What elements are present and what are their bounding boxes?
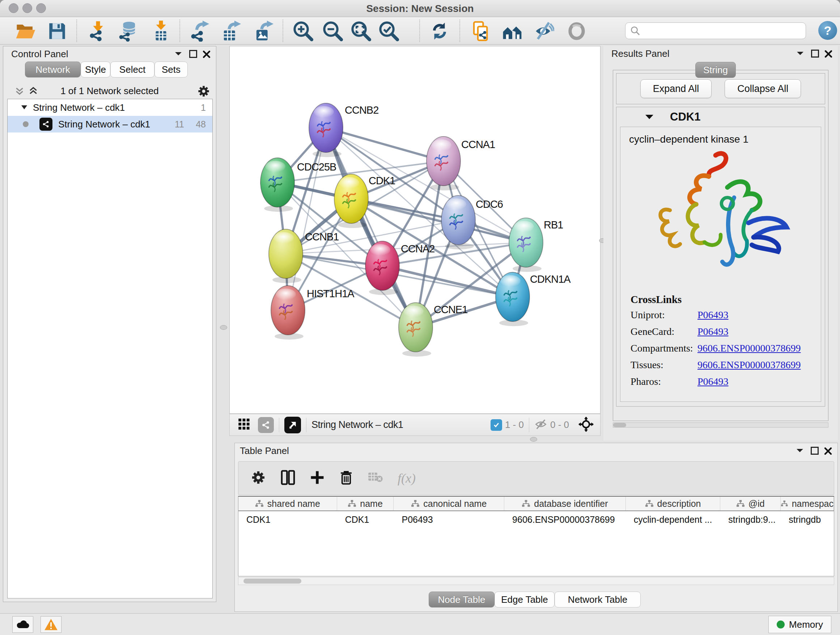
node-label-RB1: RB1 xyxy=(544,219,563,231)
zoom-out-icon[interactable] xyxy=(321,19,344,43)
crosslink-link[interactable]: 9606.ENSP00000378699 xyxy=(698,342,801,354)
column-header-canonical-name[interactable]: canonical name xyxy=(393,497,504,510)
section-collapse-icon[interactable] xyxy=(645,114,654,120)
control-panel-menu-icon[interactable] xyxy=(174,51,183,59)
expand-all-button[interactable]: Expand All xyxy=(640,79,712,98)
tab-style[interactable]: Style xyxy=(81,62,111,78)
results-panel: Results Panel String Expand All Collapse… xyxy=(603,46,838,440)
node-label-CDC25B: CDC25B xyxy=(297,161,336,173)
export-network-icon[interactable] xyxy=(188,19,211,43)
show-all-icon[interactable] xyxy=(565,19,588,43)
table-row[interactable]: CDK1CDK1P064939606.ENSP00000378699cyclin… xyxy=(238,511,834,528)
selected-checkbox-icon[interactable] xyxy=(491,419,502,431)
crosslink-link[interactable]: P06493 xyxy=(698,376,729,387)
table-panel-float-icon[interactable] xyxy=(811,447,819,455)
warnings-button[interactable] xyxy=(41,616,62,633)
show-columns-icon[interactable] xyxy=(280,470,295,486)
table-cell[interactable]: stringdb:9... xyxy=(720,511,781,528)
cloud-button[interactable] xyxy=(12,616,33,633)
result-section-header[interactable]: CDK1 xyxy=(616,107,825,127)
zoom-fit-icon[interactable] xyxy=(349,19,373,43)
bottom-splitter-handle[interactable] xyxy=(530,437,537,442)
table-cell[interactable]: cyclin-dependent ... xyxy=(626,511,721,528)
add-column-icon[interactable] xyxy=(310,470,325,486)
column-header-database-identifier[interactable]: database identifier xyxy=(504,497,626,510)
table-panel-close-icon[interactable] xyxy=(824,447,832,457)
node-CCNA2[interactable]: CCNA2 xyxy=(365,241,434,295)
tab-node-table[interactable]: Node Table xyxy=(429,592,494,608)
tab-edge-table[interactable]: Edge Table xyxy=(494,592,554,608)
node-count: 11 xyxy=(175,119,184,130)
search-icon xyxy=(630,25,641,36)
node-CCNB2[interactable]: CCNB2 xyxy=(309,103,378,157)
table-cell[interactable]: 9606.ENSP00000378699 xyxy=(504,511,626,528)
grid-view-icon[interactable] xyxy=(238,418,251,432)
tab-network[interactable]: Network xyxy=(25,62,81,78)
column-header--id[interactable]: @id xyxy=(720,497,781,510)
crosslink-link[interactable]: P06493 xyxy=(698,326,729,337)
column-header-name[interactable]: name xyxy=(337,497,394,510)
column-header-namespac[interactable]: namespac xyxy=(781,497,834,510)
hide-selected-icon[interactable] xyxy=(532,19,555,43)
table-panel-menu-icon[interactable] xyxy=(796,448,804,455)
results-hscrollbar[interactable] xyxy=(613,423,829,428)
control-panel-close-icon[interactable] xyxy=(202,50,211,60)
crosslink-label: Pharos: xyxy=(630,376,698,387)
node-CDKN1A[interactable]: CDKN1A xyxy=(496,272,571,326)
control-panel-float-icon[interactable] xyxy=(189,50,197,58)
table-cell[interactable]: CDK1 xyxy=(337,511,394,528)
column-header-description[interactable]: description xyxy=(626,497,721,510)
left-splitter-handle[interactable] xyxy=(220,325,227,330)
table-cell[interactable]: CDK1 xyxy=(238,511,337,528)
network-row[interactable]: String Network – cdk1 11 48 xyxy=(8,116,212,133)
network-share-view-icon[interactable] xyxy=(258,417,274,433)
first-neighbors-icon[interactable] xyxy=(501,19,524,43)
table-cell[interactable]: stringdb xyxy=(781,511,834,528)
table-hscrollbar[interactable] xyxy=(238,577,834,585)
search-input[interactable] xyxy=(625,22,806,39)
node-label-CCNB1: CCNB1 xyxy=(305,231,339,242)
crosslink-link[interactable]: 9606.ENSP00000378699 xyxy=(698,359,801,371)
results-panel-close-icon[interactable] xyxy=(824,50,833,60)
birds-eye-view-icon[interactable] xyxy=(284,417,301,433)
hidden-eye-icon[interactable] xyxy=(534,419,547,431)
fit-content-crosshair-icon[interactable] xyxy=(578,417,594,433)
collapse-triangle-icon[interactable] xyxy=(21,105,28,111)
tab-select[interactable]: Select xyxy=(111,62,155,78)
help-icon[interactable]: ? xyxy=(818,21,837,40)
tab-string[interactable]: String xyxy=(695,62,736,78)
table-gear-icon[interactable] xyxy=(251,470,266,486)
node-label-HIST1H1A: HIST1H1A xyxy=(307,288,355,299)
open-session-icon[interactable] xyxy=(14,19,37,43)
tab-network-table[interactable]: Network Table xyxy=(554,592,641,608)
node-RB1[interactable]: RB1 xyxy=(509,218,563,272)
network-collection-row[interactable]: String Network – cdk1 1 xyxy=(8,99,212,116)
table-cell[interactable]: P06493 xyxy=(393,511,504,528)
refresh-icon[interactable] xyxy=(428,19,451,43)
network-options-gear-icon[interactable] xyxy=(197,85,210,99)
import-table-icon[interactable] xyxy=(149,19,172,43)
node-CCNA1[interactable]: CCNA1 xyxy=(426,136,495,190)
crosslink-link[interactable]: P06493 xyxy=(698,309,729,321)
node-label-CCNE1: CCNE1 xyxy=(434,304,467,315)
node-CCNE1[interactable]: CCNE1 xyxy=(399,302,467,356)
import-database-icon[interactable] xyxy=(117,19,140,43)
export-image-icon[interactable] xyxy=(251,19,275,43)
export-table-icon[interactable] xyxy=(219,19,242,43)
node-table: shared namenamecanonical namedatabase id… xyxy=(238,496,834,576)
network-canvas[interactable]: CCNB2CCNA1CDC25BCDK1CDC6RB1CCNB1CCNA2CDK… xyxy=(229,46,600,414)
collapse-all-button[interactable]: Collapse All xyxy=(725,79,801,98)
import-network-icon[interactable] xyxy=(87,19,110,43)
results-panel-float-icon[interactable] xyxy=(811,50,819,57)
column-header-shared-name[interactable]: shared name xyxy=(238,497,337,510)
delete-column-icon[interactable] xyxy=(339,470,354,486)
clone-network-icon[interactable] xyxy=(470,19,493,43)
zoom-in-icon[interactable] xyxy=(292,19,315,43)
zoom-selected-icon[interactable] xyxy=(377,19,401,43)
node-HIST1H1A[interactable]: HIST1H1A xyxy=(271,286,355,340)
table-hscroll-thumb[interactable] xyxy=(243,578,302,584)
save-session-icon[interactable] xyxy=(46,19,69,43)
tab-sets[interactable]: Sets xyxy=(155,62,188,78)
memory-button[interactable]: Memory xyxy=(768,616,831,633)
results-panel-menu-icon[interactable] xyxy=(796,50,805,58)
